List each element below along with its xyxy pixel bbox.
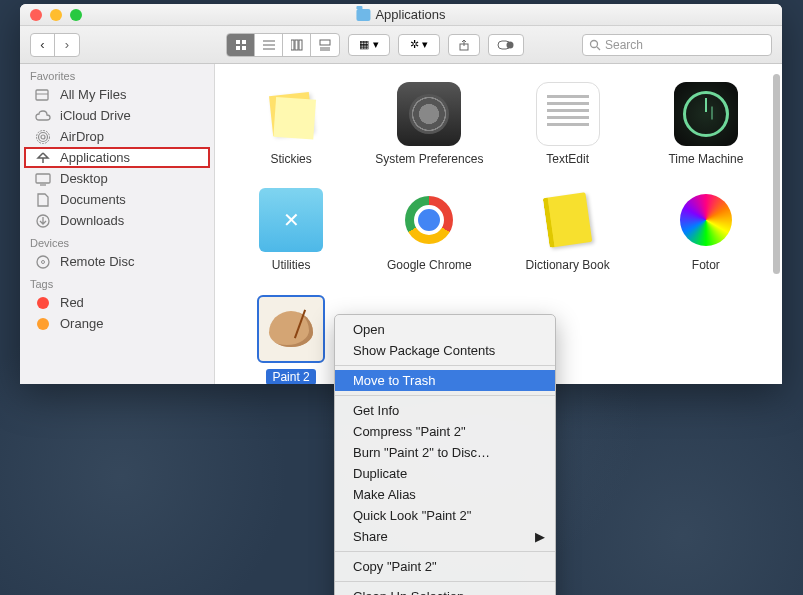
- sidebar-item-icloud-drive[interactable]: iCloud Drive: [20, 105, 214, 126]
- sidebar-item-applications[interactable]: Applications: [24, 147, 210, 168]
- app-label: Dictionary Book: [526, 258, 610, 272]
- menu-item-open[interactable]: Open: [335, 319, 555, 340]
- sidebar-item-desktop[interactable]: Desktop: [20, 168, 214, 189]
- sidebar-item-orange[interactable]: Orange: [20, 313, 214, 334]
- coverflow-view-button[interactable]: [311, 34, 339, 56]
- minimize-button[interactable]: [50, 9, 62, 21]
- toolbar: ‹ › ▦ ▾ ✲ ▾ Search: [20, 26, 782, 64]
- app-google-chrome[interactable]: Google Chrome: [365, 188, 493, 272]
- menu-item-share[interactable]: Share▶: [335, 526, 555, 547]
- menu-item-compress-paint-2[interactable]: Compress "Paint 2": [335, 421, 555, 442]
- app-system-preferences[interactable]: System Preferences: [365, 82, 493, 166]
- svg-rect-8: [295, 40, 298, 50]
- svg-rect-7: [291, 40, 294, 50]
- sidebar-item-label: Orange: [60, 316, 103, 331]
- sidebar-item-label: Remote Disc: [60, 254, 134, 269]
- menu-item-make-alias[interactable]: Make Alias: [335, 484, 555, 505]
- svg-point-21: [39, 132, 48, 141]
- menu-item-duplicate[interactable]: Duplicate: [335, 463, 555, 484]
- sidebar-item-remote-disc[interactable]: Remote Disc: [20, 251, 214, 272]
- menu-separator: [335, 581, 555, 582]
- menu-item-show-package-contents[interactable]: Show Package Contents: [335, 340, 555, 361]
- nav-buttons: ‹ ›: [30, 33, 80, 57]
- app-fotor[interactable]: Fotor: [642, 188, 770, 272]
- svg-rect-1: [242, 40, 246, 44]
- fullscreen-button[interactable]: [70, 9, 82, 21]
- paint-icon: [259, 297, 323, 361]
- sidebar-item-label: iCloud Drive: [60, 108, 131, 123]
- view-mode-segment: [226, 33, 340, 57]
- sidebar-item-label: AirDrop: [60, 129, 104, 144]
- icon-view-button[interactable]: [227, 34, 255, 56]
- sysprefs-icon: [397, 82, 461, 146]
- menu-item-move-to-trash[interactable]: Move to Trash: [335, 370, 555, 391]
- svg-line-17: [597, 47, 600, 50]
- tag-dot-icon: [34, 317, 52, 331]
- svg-rect-3: [242, 46, 246, 50]
- airdrop-icon: [34, 130, 52, 144]
- close-button[interactable]: [30, 9, 42, 21]
- svg-rect-0: [236, 40, 240, 44]
- sidebar-item-label: Documents: [60, 192, 126, 207]
- app-label: Paint 2: [266, 369, 315, 384]
- list-view-button[interactable]: [255, 34, 283, 56]
- sidebar-item-airdrop[interactable]: AirDrop: [20, 126, 214, 147]
- app-time-machine[interactable]: Time Machine: [642, 82, 770, 166]
- forward-button[interactable]: ›: [55, 34, 79, 56]
- app-utilities[interactable]: Utilities: [227, 188, 355, 272]
- menu-item-clean-up-selection[interactable]: Clean Up Selection: [335, 586, 555, 595]
- textedit-icon: [536, 82, 600, 146]
- sidebar-item-documents[interactable]: Documents: [20, 189, 214, 210]
- svg-point-16: [591, 40, 598, 47]
- app-dictionary-book[interactable]: Dictionary Book: [504, 188, 632, 272]
- sidebar-item-label: All My Files: [60, 87, 126, 102]
- sidebar-section-header: Devices: [20, 231, 214, 251]
- svg-rect-23: [36, 174, 50, 183]
- sidebar-item-red[interactable]: Red: [20, 292, 214, 313]
- svg-point-20: [41, 135, 45, 139]
- action-button[interactable]: ✲ ▾: [398, 34, 440, 56]
- back-button[interactable]: ‹: [31, 34, 55, 56]
- utilities-icon: [259, 188, 323, 252]
- chrome-icon: [397, 188, 461, 252]
- sidebar-section-header: Tags: [20, 272, 214, 292]
- disc-icon: [34, 255, 52, 269]
- window-title-text: Applications: [375, 7, 445, 22]
- sidebar-item-label: Downloads: [60, 213, 124, 228]
- stickies-icon: [259, 82, 323, 146]
- apps-icon: [34, 151, 52, 165]
- titlebar[interactable]: Applications: [20, 4, 782, 26]
- dictbook-icon: [536, 188, 600, 252]
- column-view-button[interactable]: [283, 34, 311, 56]
- menu-item-quick-look-paint-2[interactable]: Quick Look "Paint 2": [335, 505, 555, 526]
- arrange-button[interactable]: ▦ ▾: [348, 34, 390, 56]
- svg-rect-18: [36, 90, 48, 100]
- sidebar-item-all-my-files[interactable]: All My Files: [20, 84, 214, 105]
- menu-separator: [335, 395, 555, 396]
- menu-item-copy-paint-2[interactable]: Copy "Paint 2": [335, 556, 555, 577]
- tag-dot-icon: [34, 296, 52, 310]
- app-label: Fotor: [692, 258, 720, 272]
- tags-button[interactable]: [488, 34, 524, 56]
- share-button[interactable]: [448, 34, 480, 56]
- menu-item-burn-paint-2-to-disc[interactable]: Burn "Paint 2" to Disc…: [335, 442, 555, 463]
- search-icon: [589, 39, 601, 51]
- submenu-arrow-icon: ▶: [535, 529, 545, 544]
- context-menu: OpenShow Package ContentsMove to TrashGe…: [334, 314, 556, 595]
- app-stickies[interactable]: Stickies: [227, 82, 355, 166]
- window-title: Applications: [356, 7, 445, 22]
- search-field[interactable]: Search: [582, 34, 772, 56]
- sidebar-item-downloads[interactable]: Downloads: [20, 210, 214, 231]
- traffic-lights: [20, 9, 82, 21]
- app-textedit[interactable]: TextEdit: [504, 82, 632, 166]
- svg-rect-9: [299, 40, 302, 50]
- sidebar-section-header: Favorites: [20, 64, 214, 84]
- downloads-icon: [34, 214, 52, 228]
- fotor-icon: [674, 188, 738, 252]
- menu-item-get-info[interactable]: Get Info: [335, 400, 555, 421]
- all-files-icon: [34, 88, 52, 102]
- cloud-icon: [34, 109, 52, 123]
- svg-point-26: [37, 256, 49, 268]
- scrollbar[interactable]: [773, 74, 780, 274]
- menu-separator: [335, 365, 555, 366]
